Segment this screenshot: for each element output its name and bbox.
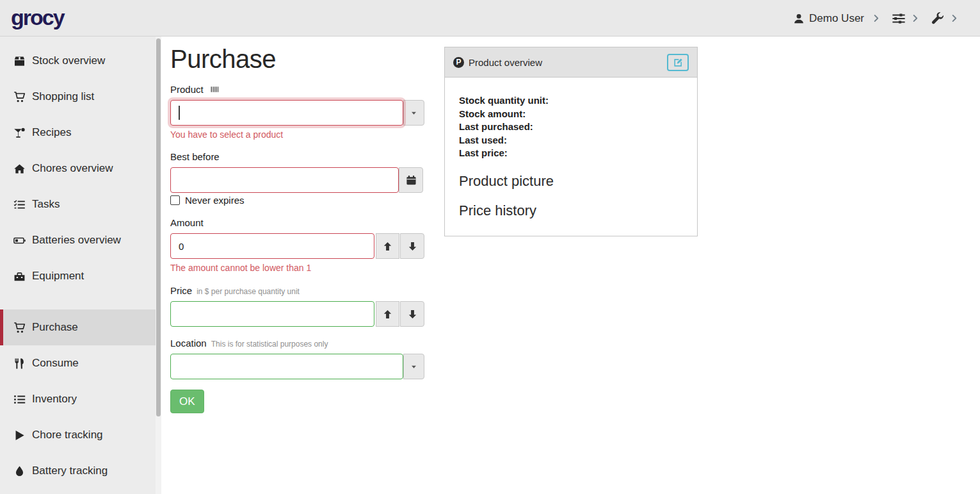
sidebar-item-stock-overview[interactable]: Stock overview [0,43,156,79]
amount-increase-button[interactable] [376,233,399,259]
sidebar-item-label: Inventory [32,393,77,406]
sidebar-item-label: Battery tracking [32,465,108,477]
product-label: Product [170,84,220,95]
sidebar-item-label: Chores overview [32,162,113,175]
overview-section-title: Product picture [459,173,683,190]
price-decrease-button[interactable] [400,301,424,327]
sidebar-item-inventory[interactable]: Inventory [0,381,156,417]
price-label: Pricein $ per purchase quantity unit [170,285,300,296]
amount-label: Amount [170,217,204,228]
barcode-icon [209,85,220,94]
location-dropdown-button[interactable] [403,354,424,379]
overview-field: Stock amount: [459,108,683,121]
location-input[interactable] [170,354,403,379]
sidebar-item-recipes[interactable]: Recipes [0,115,156,151]
arrow-down-icon [407,241,418,252]
sidebar: Stock overviewShopping listRecipesChores… [0,37,161,494]
text-cursor [179,106,180,120]
product-dropdown-button[interactable] [403,100,424,126]
caret-down-icon [410,110,417,117]
overview-field: Last used: [459,134,683,147]
home-icon [13,163,26,175]
sidebar-item-battery-tracking[interactable]: Battery tracking [0,453,156,489]
price-input[interactable] [170,301,374,327]
location-label-text: Location [170,338,207,349]
calendar-button[interactable] [399,167,423,193]
ok-button[interactable]: OK [170,390,204,413]
chevron-right-icon [872,14,880,22]
page-title: Purchase [170,45,276,74]
chevron-right-icon [911,14,919,22]
product-input-wrap [170,100,403,126]
sidebar-item-chore-tracking[interactable]: Chore tracking [0,417,156,453]
sidebar-item-label: Consume [32,357,79,370]
sidebar-item-shopping-list[interactable]: Shopping list [0,79,156,115]
price-label-text: Price [170,285,192,296]
product-input[interactable] [170,100,403,126]
best-before-input[interactable] [170,167,399,193]
never-expires-checkbox[interactable] [170,195,180,205]
sidebar-scrollbar-thumb[interactable] [156,38,161,416]
shopping-cart-icon [13,322,26,334]
product-label-text: Product [170,84,204,95]
sidebar-item-label: Stock overview [32,54,105,67]
price-hint: in $ per purchase quantity unit [197,287,300,296]
sidebar-gap [0,294,156,309]
list-icon [13,393,26,406]
product-input-group [170,100,424,126]
product-overview-body: Stock quantity unit:Stock amount:Last pu… [445,78,697,236]
overview-fields: Stock quantity unit:Stock amount:Last pu… [459,94,683,160]
sidebar-item-chores-overview[interactable]: Chores overview [0,151,156,186]
caret-down-icon [410,363,417,370]
amount-error: The amount cannot be lower than 1 [170,263,311,273]
toolbox-icon [13,270,26,283]
sidebar-item-consume[interactable]: Consume [0,345,156,381]
arrow-up-icon [382,309,393,320]
sliders-icon[interactable] [892,12,906,26]
sidebar-item-equipment[interactable]: Equipment [0,258,156,294]
grocy-logo[interactable]: grocy [11,5,64,30]
overview-field: Stock quantity unit: [459,94,683,108]
utensils-icon [13,358,26,370]
arrow-up-icon [382,241,393,252]
sidebar-scrollbar-track [156,37,161,494]
location-input-group [170,354,424,379]
sidebar-item-batteries-overview[interactable]: Batteries overview [0,222,156,258]
user-menu-label: Demo User [809,12,864,25]
play-icon [13,429,26,441]
sidebar-item-label: Shopping list [32,90,94,103]
sidebar-item-label: Tasks [32,198,60,211]
amount-decrease-button[interactable] [400,233,424,259]
price-input-group [170,301,424,327]
sidebar-item-label: Chore tracking [32,429,103,441]
amount-input-group [170,233,424,259]
user-icon [793,13,805,24]
amount-input[interactable] [170,233,374,259]
overview-field: Last price: [459,147,683,160]
sidebar-nav: Stock overviewShopping listRecipesChores… [0,43,156,489]
sidebar-item-label: Equipment [32,270,84,283]
edit-icon [673,58,683,67]
top-navbar: grocy Demo User [0,0,980,37]
location-hint: This is for statistical purposes only [211,340,328,349]
never-expires-checkbox-row[interactable]: Never expires [170,195,245,206]
sidebar-item-purchase[interactable]: Purchase [0,309,156,345]
chevron-right-icon [950,14,958,22]
sidebar-item-tasks[interactable]: Tasks [0,186,156,222]
edit-product-button[interactable] [667,54,689,71]
overview-section-title: Price history [459,202,683,219]
battery-icon [13,235,26,247]
overview-sections: Product picturePrice history [459,173,683,219]
price-increase-button[interactable] [376,301,399,327]
navbar-menu: Demo User [793,0,963,37]
overview-field: Last purchased: [459,120,683,134]
box-icon [13,55,26,67]
wrench-icon[interactable] [931,12,945,26]
product-overview-card: P Product overview Stock quantity unit:S… [444,47,698,236]
user-menu[interactable]: Demo User [793,12,864,25]
drop-icon [13,465,26,477]
product-overview-header: P Product overview [445,47,697,78]
best-before-input-group [170,167,423,193]
product-overview-title: Product overview [469,57,542,68]
sidebar-item-label: Batteries overview [32,234,121,247]
